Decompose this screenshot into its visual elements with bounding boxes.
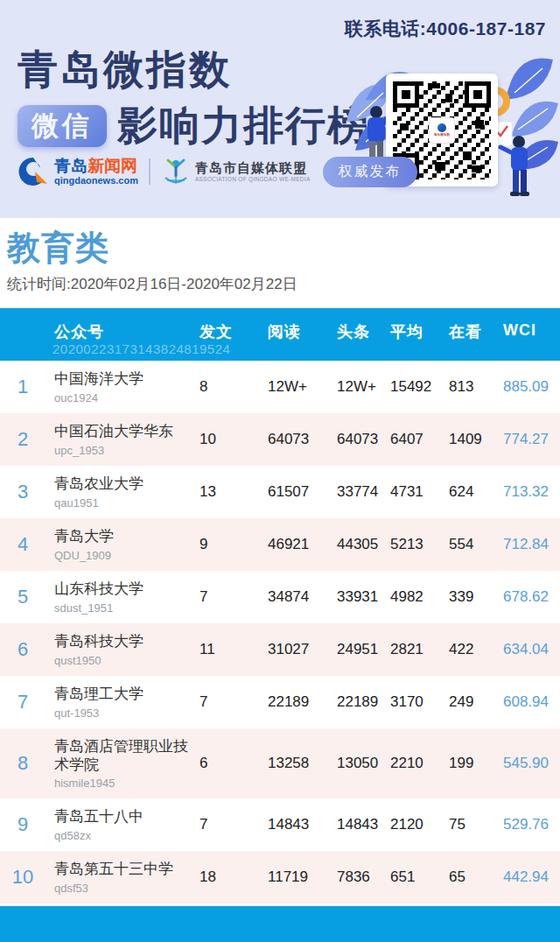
col-header-wci: WCI — [496, 321, 560, 340]
reads-value: 34874 — [261, 588, 330, 606]
rank-number: 5 — [0, 586, 46, 608]
reads-value: 14843 — [261, 816, 330, 833]
account-name: 青岛五十八中 — [54, 807, 189, 826]
account-name: 山东科技大学 — [54, 580, 189, 598]
ranking-table: 公众号 发文 阅读 头条 平均 在看 WCI 20200223173143824… — [0, 308, 560, 903]
qr-logo-icon — [438, 123, 446, 132]
table-row: 1 中国海洋大学ouc1924 8 12W+ 12W+ 15492 813 88… — [0, 361, 560, 413]
reads-value: 22189 — [261, 693, 330, 711]
table-row: 5 山东科技大学sdust_1951 7 34874 33931 4982 33… — [0, 571, 560, 623]
rank-number: 2 — [0, 428, 46, 451]
average-value: 3170 — [383, 693, 442, 711]
posts-value: 6 — [192, 755, 261, 772]
looking-value: 65 — [442, 868, 496, 886]
looking-value: 199 — [442, 755, 496, 772]
posts-value: 7 — [192, 588, 261, 606]
headline-value: 44305 — [330, 536, 383, 553]
rank-number: 4 — [0, 533, 46, 556]
looking-value: 249 — [442, 693, 496, 711]
headline-value: 14843 — [330, 816, 383, 833]
wci-value: 545.90 — [496, 755, 560, 772]
headline-value: 24951 — [330, 641, 383, 658]
wci-value: 678.62 — [496, 588, 560, 606]
average-value: 15492 — [383, 378, 442, 396]
page-title: 青岛微指数 微信 影响力排行榜 — [18, 49, 369, 153]
qr-center-logo: 青岛微指数 — [429, 117, 455, 144]
wci-value: 774.27 — [496, 431, 560, 448]
qingdaonews-q-icon — [18, 156, 49, 187]
account-id: hismile1945 — [54, 777, 189, 790]
account-name: 中国石油大学华东 — [54, 422, 189, 440]
table-row: 3 青岛农业大学qau1951 13 61507 33774 4731 624 … — [0, 466, 560, 518]
account-id: sdust_1951 — [54, 601, 189, 615]
rank-number: 1 — [0, 376, 46, 398]
reads-value: 31027 — [261, 641, 330, 658]
headline-value: 7836 — [330, 868, 383, 886]
wci-value: 885.09 — [496, 378, 560, 396]
rank-number: 6 — [0, 638, 46, 661]
reads-value: 64073 — [261, 431, 330, 448]
headline-value: 33931 — [330, 588, 383, 606]
wci-value: 442.94 — [496, 868, 560, 886]
average-value: 5213 — [383, 536, 442, 553]
account-id: ouc1924 — [54, 391, 189, 404]
col-header-reads: 阅读 — [261, 321, 330, 342]
wci-value: 529.76 — [496, 816, 560, 833]
account-id: QDU_1909 — [54, 549, 189, 562]
average-value: 4731 — [383, 483, 442, 501]
posts-value: 7 — [192, 693, 261, 711]
table-row: 8 青岛酒店管理职业技术学院hismile1945 6 13258 13050 … — [0, 728, 560, 798]
posts-value: 9 — [192, 536, 261, 553]
reads-value: 13258 — [261, 755, 330, 772]
stat-period: 统计时间:2020年02月16日-2020年02月22日 — [7, 274, 553, 294]
headline-value: 13050 — [330, 755, 383, 772]
looking-value: 422 — [442, 641, 496, 658]
title-line-2: 影响力排行榜 — [117, 99, 369, 153]
account-name: 青岛科技大学 — [54, 632, 189, 650]
qr-finder-icon — [393, 81, 419, 108]
posts-value: 7 — [192, 816, 261, 833]
looking-value: 813 — [442, 378, 496, 396]
reads-value: 46921 — [261, 536, 330, 553]
rank-number: 7 — [0, 691, 46, 714]
qr-finder-icon — [465, 81, 491, 108]
posts-value: 18 — [192, 868, 261, 886]
posts-value: 8 — [192, 378, 261, 396]
account-name: 青岛第五十三中学 — [54, 860, 189, 878]
account-name: 青岛酒店管理职业技术学院 — [54, 737, 189, 775]
qingdaonews-domain: qingdaonews.com — [54, 176, 138, 186]
category-title: 教育类 — [7, 230, 553, 267]
looking-value: 75 — [442, 816, 496, 833]
account-name: 青岛农业大学 — [54, 475, 189, 493]
col-header-average: 平均 — [383, 321, 442, 342]
wci-value: 608.94 — [496, 693, 560, 711]
looking-value: 554 — [442, 536, 496, 553]
average-value: 6407 — [383, 431, 442, 448]
table-row: 4 青岛大学QDU_1909 9 46921 44305 5213 554 71… — [0, 518, 560, 571]
account-name: 青岛大学 — [54, 527, 189, 545]
watermark-code: 20200223173143824819524 — [52, 341, 230, 356]
average-value: 2210 — [383, 755, 442, 772]
title-line-1: 青岛微指数 — [18, 49, 369, 91]
account-id: qau1951 — [54, 496, 189, 510]
rank-number: 9 — [0, 813, 46, 836]
divider — [149, 158, 150, 185]
headline-value: 33774 — [330, 483, 383, 501]
rank-number: 8 — [0, 752, 46, 775]
account-name: 中国海洋大学 — [54, 369, 189, 388]
contact-phone: 联系电话:4006-187-187 — [345, 17, 546, 41]
average-value: 2120 — [383, 816, 442, 833]
posts-value: 11 — [192, 641, 261, 658]
table-row: 10 青岛第五十三中学qdsf53 18 11719 7836 651 65 4… — [0, 851, 560, 903]
ranking-poster: 联系电话:4006-187-187 青岛微指数 微信 影响力排行榜 — [0, 0, 560, 942]
looking-value: 1409 — [442, 431, 496, 448]
average-value: 4982 — [383, 588, 442, 606]
table-row: 6 青岛科技大学qust1950 11 31027 24951 2821 422… — [0, 623, 560, 676]
wci-value: 712.84 — [496, 536, 560, 553]
col-header-account: 公众号 — [46, 321, 192, 342]
table-row: 2 中国石油大学华东upc_1953 10 64073 64073 6407 1… — [0, 413, 560, 466]
table-row: 7 青岛理工大学qut-1953 7 22189 22189 3170 249 … — [0, 676, 560, 728]
category-section: 教育类 统计时间:2020年02月16日-2020年02月22日 — [0, 218, 560, 308]
qingdaonews-logo: 青岛新闻网 qingdaonews.com — [18, 156, 138, 187]
authoritative-release-badge: 权威发布 — [323, 157, 417, 187]
